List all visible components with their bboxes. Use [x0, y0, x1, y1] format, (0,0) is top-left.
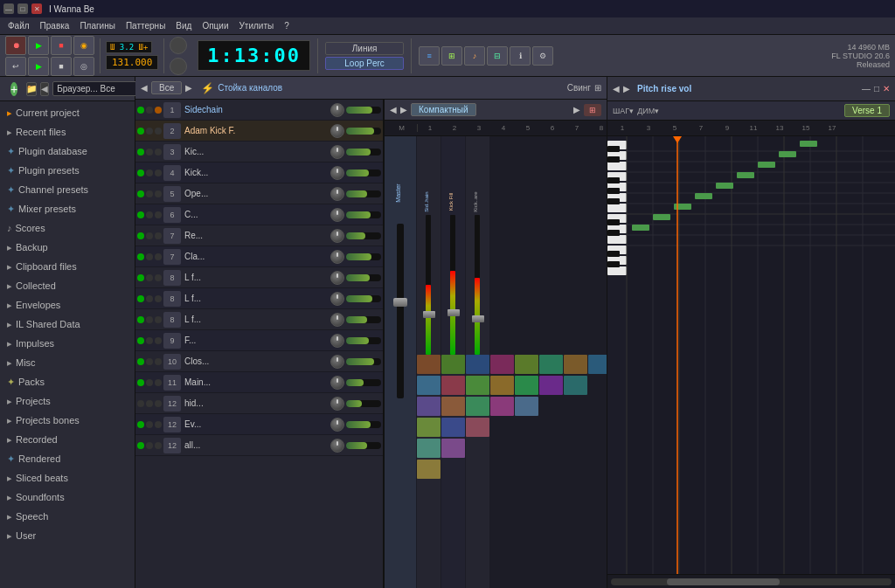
channel-mute-17[interactable]: [146, 442, 153, 449]
channel-pan-12[interactable]: [330, 334, 344, 348]
pattern-label[interactable]: Линия: [325, 42, 404, 55]
channel-solo-12[interactable]: [155, 337, 162, 344]
sidebar-item-rendered[interactable]: ✦ Rendered: [0, 449, 135, 468]
channel-fader-7[interactable]: [346, 232, 381, 239]
loop-button[interactable]: ◉: [73, 36, 94, 55]
channel-led-16[interactable]: [137, 421, 144, 428]
channel-mute-3[interactable]: [146, 149, 153, 156]
pblock-2-1[interactable]: [417, 376, 441, 395]
note-5[interactable]: [716, 183, 733, 189]
pblock-2-7[interactable]: [564, 376, 587, 395]
piano-roll-close-btn[interactable]: ✕: [883, 84, 890, 93]
piano-roll-hscrollbar-thumb[interactable]: [667, 578, 779, 585]
menu-edit[interactable]: Правка: [36, 20, 74, 31]
sidebar-nav-prev[interactable]: ◀: [40, 82, 49, 96]
sidebar-item-envelopes[interactable]: ▸ Envelopes: [0, 295, 135, 315]
sidebar-add-button[interactable]: +: [10, 82, 17, 96]
channel-mute-5[interactable]: [146, 190, 153, 197]
channel-fader-16[interactable]: [346, 421, 381, 428]
channel-rack-settings-icon[interactable]: ⊞: [594, 83, 601, 93]
channel-mute-6[interactable]: [146, 211, 153, 218]
sidebar-item-channel-presets[interactable]: ✦ Channel presets: [0, 180, 135, 199]
song-button[interactable]: ◎: [73, 57, 94, 76]
sidebar-item-scores[interactable]: ♪ Scores: [0, 218, 135, 238]
channel-fader-17[interactable]: [346, 442, 381, 449]
channel-led-5[interactable]: [137, 190, 144, 197]
note-9[interactable]: [800, 141, 817, 147]
channel-led-7[interactable]: [137, 232, 144, 239]
channel-led-6[interactable]: [137, 211, 144, 218]
channel-led-1[interactable]: [137, 107, 144, 114]
channel-pan-13[interactable]: [330, 355, 344, 369]
sidebar-item-speech[interactable]: ▸ Speech: [0, 507, 135, 526]
piano-key-fs4[interactable]: [607, 251, 620, 257]
channel-fader-3[interactable]: [346, 149, 381, 156]
sidebar-item-backup[interactable]: ▸ Backup: [0, 238, 135, 257]
pblock-3-1[interactable]: [417, 397, 441, 416]
mixer-back-btn[interactable]: ◀: [390, 105, 397, 114]
sidebar-item-plugin-database[interactable]: ✦ Plugin database: [0, 142, 135, 161]
sidebar-item-current-project[interactable]: ▸ Current project: [0, 103, 135, 122]
channel-solo-11[interactable]: [155, 316, 162, 323]
pblock-1-7[interactable]: [564, 355, 587, 374]
channel-pan-7[interactable]: [330, 229, 344, 243]
piano-roll-maximize-btn[interactable]: □: [874, 84, 879, 93]
fader-2[interactable]: [448, 309, 460, 316]
sidebar-item-plugin-presets[interactable]: ✦ Plugin presets: [0, 161, 135, 180]
sidebar-item-impulses[interactable]: ▸ Impulses: [0, 334, 135, 353]
channel-led-14[interactable]: [137, 379, 144, 386]
stop-button[interactable]: ■: [51, 36, 72, 55]
pblock-5-1[interactable]: [417, 439, 441, 458]
channel-pan-6[interactable]: [330, 208, 344, 222]
channel-led-17[interactable]: [137, 442, 144, 449]
channel-pan-3[interactable]: [330, 145, 344, 159]
channel-rack-filter[interactable]: Все: [151, 81, 182, 94]
sidebar-item-misc[interactable]: ▸ Misc: [0, 353, 135, 372]
sidebar-item-recent-files[interactable]: ▸ Recent files: [0, 122, 135, 142]
channel-pan-10[interactable]: [330, 292, 344, 306]
channel-mute-15[interactable]: [146, 400, 153, 407]
piano-key-gs5[interactable]: [607, 188, 620, 194]
piano-roll-button[interactable]: ♪: [464, 46, 485, 66]
channel-led-2[interactable]: [137, 128, 144, 135]
channel-fader-14[interactable]: [346, 379, 381, 386]
channel-solo-10[interactable]: [155, 295, 162, 302]
channel-led-solo-2[interactable]: [155, 128, 162, 135]
pblock-1-8[interactable]: [588, 355, 607, 374]
note-3[interactable]: [674, 204, 691, 210]
piano-key-cs5[interactable]: [607, 146, 620, 152]
piano-roll-hscrollbar[interactable]: [611, 578, 892, 585]
piano-key-e5[interactable]: [607, 162, 627, 170]
note-8[interactable]: [779, 151, 796, 157]
sidebar-item-sliced-beats[interactable]: ▸ Sliced beats: [0, 468, 135, 488]
note-7[interactable]: [758, 162, 775, 168]
pblock-2-4[interactable]: [490, 376, 514, 395]
channel-mute-11[interactable]: [146, 316, 153, 323]
channel-solo-4[interactable]: [155, 169, 162, 176]
channel-rack-button[interactable]: ⊞: [441, 46, 462, 66]
piano-key-e4[interactable]: [607, 235, 627, 244]
pblock-5-2[interactable]: [441, 439, 465, 458]
channel-mute-16[interactable]: [146, 421, 153, 428]
channel-pan-knob-2[interactable]: [330, 124, 344, 138]
piano-key-as5[interactable]: [607, 198, 620, 204]
note-1[interactable]: [632, 225, 649, 231]
channel-pan-14[interactable]: [330, 376, 344, 390]
channel-pan-5[interactable]: [330, 187, 344, 201]
menu-file[interactable]: Файл: [3, 20, 34, 31]
channel-pan-knob-1[interactable]: [330, 103, 344, 117]
pblock-3-2[interactable]: [441, 397, 465, 416]
channel-fader-11[interactable]: [346, 316, 381, 323]
pblock-4-1[interactable]: [417, 418, 441, 437]
channel-pan-4[interactable]: [330, 166, 344, 180]
channel-pan-11[interactable]: [330, 313, 344, 327]
pblock-1-5[interactable]: [515, 355, 538, 374]
channel-led-15[interactable]: [137, 400, 144, 407]
forward-button[interactable]: ▶: [28, 57, 49, 76]
fader-3[interactable]: [472, 315, 484, 322]
record-button[interactable]: ⏺: [5, 36, 26, 55]
master-fader[interactable]: [393, 298, 407, 307]
pblock-4-2[interactable]: [441, 418, 465, 437]
channel-solo-7[interactable]: [155, 232, 162, 239]
pblock-1-4[interactable]: [490, 355, 514, 374]
